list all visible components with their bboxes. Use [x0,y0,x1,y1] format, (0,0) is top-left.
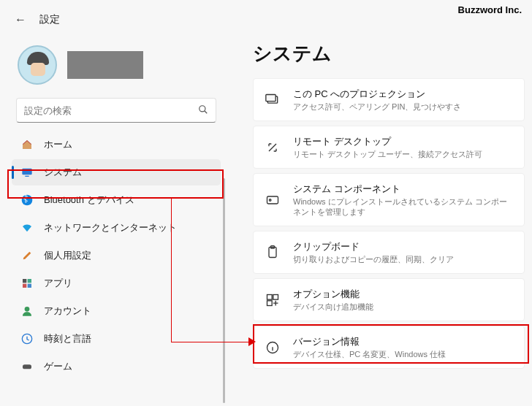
svg-rect-6 [28,279,31,283]
nav-label: アカウント [44,304,91,318]
search-box[interactable] [16,98,216,123]
clipboard-icon [264,243,281,261]
card-remote-desktop[interactable]: リモート デスクトップ リモート デスクトップ ユーザー、接続アクセス許可 [253,126,525,169]
nav-label: 個人用設定 [44,249,91,262]
card-desc: デバイス仕様、PC 名変更、Windows 仕様 [293,350,446,359]
nav-item-bluetooth[interactable]: Bluetooth とデバイス [12,187,221,213]
home-icon [20,138,34,151]
nav-item-personalization[interactable]: 個人用設定 [12,242,221,269]
profile-name-redacted [67,51,143,79]
avatar [18,45,57,85]
nav-label: Bluetooth とデバイス [44,194,134,207]
svg-rect-13 [266,94,276,101]
nav-label: ホーム [44,138,72,151]
wifi-icon [20,221,34,234]
nav-item-home[interactable]: ホーム [12,131,221,158]
svg-rect-5 [23,279,26,283]
svg-rect-19 [273,294,278,299]
card-title: この PC へのプロジェクション [293,88,461,101]
card-clipboard[interactable]: クリップボード 切り取りおよびコピーの履歴、同期、クリア [253,231,525,274]
card-components[interactable]: システム コンポーネント Windows にプレインストールされているシステム … [253,173,525,226]
card-desc: 切り取りおよびコピーの履歴、同期、クリア [293,255,454,264]
header-title: 設定 [39,13,60,26]
svg-rect-14 [267,196,278,204]
nav-list: ホーム システム Bluetooth とデバイス ネットワークとインターネット … [12,131,221,380]
card-list: この PC へのプロジェクション アクセス許可、ペアリング PIN、見つけやすさ… [253,78,525,369]
card-about[interactable]: バージョン情報 デバイス仕様、PC 名変更、Windows 仕様 [253,326,525,369]
card-desc: Windows にプレインストールされているシステム コンポーネントを管理します [293,197,514,216]
components-icon [264,191,281,209]
svg-rect-2 [22,169,31,175]
svg-point-9 [25,307,30,312]
brush-icon [20,249,34,262]
sidebar-scrollbar[interactable] [223,178,225,403]
brand-label: Buzzword Inc. [458,4,522,15]
card-title: リモート デスクトップ [293,135,482,148]
header: ← 設定 [0,0,532,34]
gamepad-icon [20,360,34,373]
svg-point-0 [200,105,205,111]
svg-rect-8 [28,284,31,288]
sidebar: ホーム システム Bluetooth とデバイス ネットワークとインターネット … [0,34,227,403]
projection-icon [264,91,281,109]
page-title: システム [253,41,525,66]
nav-label: システム [44,166,82,179]
profile-block[interactable] [12,41,221,95]
nav-label: 時刻と言語 [44,332,91,345]
card-projection[interactable]: この PC へのプロジェクション アクセス許可、ペアリング PIN、見つけやすさ [253,78,525,121]
card-title: バージョン情報 [293,335,446,348]
apps-icon [20,277,34,290]
back-icon[interactable]: ← [15,13,26,26]
svg-rect-7 [23,284,26,288]
system-icon [20,166,34,179]
nav-item-gaming[interactable]: ゲーム [12,353,221,380]
card-desc: リモート デスクトップ ユーザー、接続アクセス許可 [293,150,482,159]
nav-item-time[interactable]: 時刻と言語 [12,326,221,352]
svg-rect-3 [25,176,28,177]
svg-rect-18 [267,294,273,299]
nav-item-apps[interactable]: アプリ [12,270,221,296]
card-title: クリップボード [293,240,454,253]
nav-item-network[interactable]: ネットワークとインターネット [12,215,221,241]
nav-item-account[interactable]: アカウント [12,298,221,324]
account-icon [20,304,34,318]
card-optional-features[interactable]: オプション機能 デバイス向け追加機能 [253,278,525,321]
nav-label: ネットワークとインターネット [44,221,177,234]
bluetooth-icon [20,194,34,207]
nav-label: ゲーム [44,360,72,373]
card-desc: デバイス向け追加機能 [293,302,373,312]
features-icon [264,291,281,309]
search-input[interactable] [24,105,198,116]
nav-label: アプリ [44,277,72,290]
card-desc: アクセス許可、ペアリング PIN、見つけやすさ [293,102,461,112]
clock-icon [20,332,34,345]
search-icon[interactable] [198,104,208,117]
nav-item-system[interactable]: システム [12,159,221,185]
card-title: システム コンポーネント [293,183,514,196]
card-title: オプション機能 [293,288,373,301]
svg-point-15 [269,199,271,201]
remote-icon [264,139,281,156]
svg-rect-11 [23,364,31,369]
svg-rect-20 [267,300,273,305]
main-panel: システム この PC へのプロジェクション アクセス許可、ペアリング PIN、見… [227,34,532,403]
info-icon [264,339,281,356]
svg-line-1 [205,110,208,113]
